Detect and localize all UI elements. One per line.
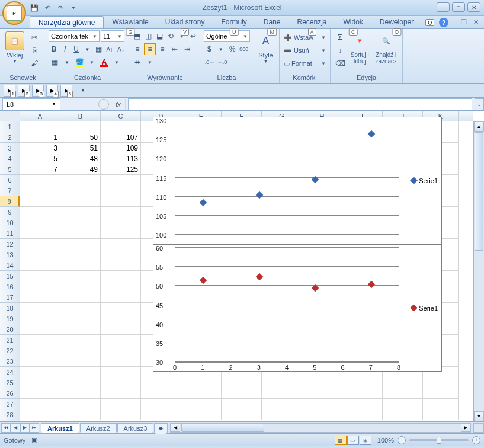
cell-B8[interactable]: [60, 196, 101, 207]
cell-A14[interactable]: [20, 260, 60, 271]
find-select-button[interactable]: 🔍 Znajdź i zaznacz: [373, 30, 400, 73]
col-header-A[interactable]: A: [20, 111, 60, 121]
macro-button-3[interactable]: ▶3: [32, 85, 44, 97]
cell-C20[interactable]: [101, 324, 141, 335]
tab-4[interactable]: DaneM: [255, 16, 289, 28]
minimize-button[interactable]: —: [437, 2, 450, 12]
cell-C4[interactable]: 113: [101, 153, 141, 164]
cell-C7[interactable]: [101, 185, 141, 196]
cell-J27[interactable]: [383, 399, 423, 409]
tab-1[interactable]: WstawianieG: [104, 16, 156, 28]
increase-indent-button[interactable]: ⇥: [181, 43, 193, 55]
cell-C8[interactable]: [101, 196, 141, 207]
row-header-10[interactable]: 10: [0, 217, 20, 228]
align-middle-button[interactable]: ◫: [143, 30, 153, 42]
chevron-down-icon[interactable]: ▼: [111, 56, 123, 68]
doc-close-button[interactable]: ✕: [471, 18, 480, 26]
col-header-B[interactable]: B: [60, 111, 101, 121]
cell-A8[interactable]: [20, 196, 60, 207]
row-header-28[interactable]: 28: [0, 409, 20, 420]
cell-G25[interactable]: [262, 377, 302, 388]
scroll-up-icon[interactable]: ▲: [474, 121, 484, 132]
vertical-scrollbar[interactable]: ▲ ▼: [473, 121, 484, 421]
cell-B22[interactable]: [60, 345, 101, 356]
clear-button[interactable]: ⌫: [334, 57, 346, 69]
cell-B9[interactable]: [60, 207, 101, 217]
cell-C9[interactable]: [101, 207, 141, 217]
row-header-7[interactable]: 7: [0, 185, 20, 196]
view-page-layout-button[interactable]: ▭: [347, 436, 359, 445]
expand-formula-bar-icon[interactable]: ⌄: [475, 98, 484, 110]
delete-button[interactable]: ➖Usuń▼: [282, 44, 328, 56]
cell-C17[interactable]: [101, 292, 141, 303]
cell-A1[interactable]: [20, 121, 60, 132]
cell-C12[interactable]: [101, 239, 141, 249]
chevron-down-icon[interactable]: ▼: [216, 43, 227, 55]
increase-decimal-button[interactable]: .0→: [204, 56, 216, 68]
row-header-15[interactable]: 15: [0, 271, 20, 281]
zoom-level[interactable]: 100%: [377, 437, 394, 444]
row-header-2[interactable]: 2: [0, 132, 20, 143]
cell-I25[interactable]: [342, 377, 383, 388]
maximize-button[interactable]: □: [452, 2, 465, 12]
cell-A13[interactable]: [20, 249, 60, 260]
col-header-C[interactable]: C: [101, 111, 141, 121]
accounting-button[interactable]: $: [204, 43, 215, 55]
cell-C2[interactable]: 107: [101, 132, 141, 143]
cell-D28[interactable]: [141, 409, 181, 420]
tab-3[interactable]: FormułyU: [213, 16, 255, 28]
macro-record-icon[interactable]: ▣: [31, 436, 37, 444]
cell-A21[interactable]: [20, 335, 60, 345]
cell-C18[interactable]: [101, 303, 141, 313]
row-header-26[interactable]: 26: [0, 388, 20, 399]
cell-H26[interactable]: [302, 388, 342, 399]
select-all-corner[interactable]: [0, 111, 20, 121]
row-header-25[interactable]: 25: [0, 377, 20, 388]
align-right-button[interactable]: ≡: [156, 43, 168, 55]
cell-B7[interactable]: [60, 185, 101, 196]
chart-bottom[interactable]: Serie1 30354045505560012345678: [153, 244, 442, 372]
tab-2[interactable]: Układ stronyV: [157, 16, 213, 28]
cell-C5[interactable]: 125: [101, 164, 141, 175]
scroll-down-icon[interactable]: ▼: [474, 411, 484, 421]
hscroll-thumb[interactable]: [181, 424, 264, 432]
office-button[interactable]: P: [2, 1, 26, 25]
comma-button[interactable]: 000: [239, 43, 250, 55]
row-header-14[interactable]: 14: [0, 260, 20, 271]
sheet-tab-0[interactable]: Arkusz1: [41, 423, 79, 433]
row-header-3[interactable]: 3: [0, 143, 20, 153]
cell-E27[interactable]: [181, 399, 222, 409]
view-page-break-button[interactable]: ⊞: [360, 436, 371, 445]
cell-J28[interactable]: [383, 409, 423, 420]
row-header-23[interactable]: 23: [0, 356, 20, 367]
fx-button[interactable]: fx: [111, 99, 126, 110]
cell-C15[interactable]: [101, 271, 141, 281]
cell-I27[interactable]: [342, 399, 383, 409]
cell-B15[interactable]: [60, 271, 101, 281]
cell-B1[interactable]: [60, 121, 101, 132]
sheet-nav-prev-icon[interactable]: ◀: [11, 423, 20, 433]
cell-B5[interactable]: 49: [60, 164, 101, 175]
copy-button[interactable]: ⎘: [28, 44, 40, 56]
font-size-combo[interactable]: 11▼: [101, 30, 124, 42]
number-format-combo[interactable]: Ogólne▼: [204, 30, 250, 42]
styles-button[interactable]: A Style ▼: [255, 30, 277, 81]
row-header-17[interactable]: 17: [0, 292, 20, 303]
cell-A16[interactable]: [20, 281, 60, 292]
underline-button[interactable]: U: [71, 43, 82, 55]
row-header-27[interactable]: 27: [0, 399, 20, 409]
close-button[interactable]: ✕: [467, 2, 480, 12]
scroll-thumb[interactable]: [475, 132, 483, 251]
worksheet-grid[interactable]: ABCDEFGHIJK 1234567891011121314151617181…: [0, 111, 484, 421]
cell-I28[interactable]: [342, 409, 383, 420]
cell-B26[interactable]: [60, 388, 101, 399]
cell-G28[interactable]: [262, 409, 302, 420]
chevron-down-icon[interactable]: ▼: [61, 56, 73, 68]
paste-button[interactable]: 📋 Wklej ▼: [2, 30, 27, 73]
cell-C23[interactable]: [101, 356, 141, 367]
cell-A26[interactable]: [20, 388, 60, 399]
cell-A18[interactable]: [20, 303, 60, 313]
cell-F27[interactable]: [222, 399, 262, 409]
zoom-slider[interactable]: [409, 439, 469, 441]
border-button[interactable]: ▦: [93, 43, 104, 55]
